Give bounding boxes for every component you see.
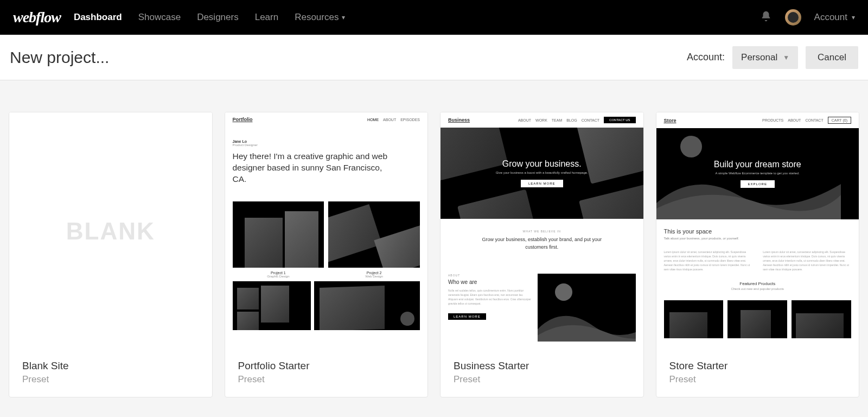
preview-nav: ABOUT WORK TEAM BLOG CONTACT CONTACT US xyxy=(518,117,636,123)
preview-hero: Grow your business. Give your business a… xyxy=(441,128,643,219)
preview-brand: Portfolio xyxy=(233,117,253,122)
template-title: Portfolio Starter xyxy=(238,360,415,372)
main-nav: Dashboard Showcase Designers Learn Resou… xyxy=(74,12,760,23)
template-footer: Portfolio Starter Preset xyxy=(225,350,428,397)
preview-nav-item: HOME xyxy=(367,118,379,122)
template-subtitle: Preset xyxy=(454,374,630,385)
preview-hero-button: EXPLORE xyxy=(741,180,775,188)
template-preview: Business ABOUT WORK TEAM BLOG CONTACT CO… xyxy=(441,112,643,350)
preview-brand: Store xyxy=(664,118,676,123)
page-header-actions: Account: Personal ▼ Cancel xyxy=(687,46,858,69)
caret-down-icon: ▼ xyxy=(783,54,789,61)
preview-nav-item: CONTACT xyxy=(805,118,823,122)
top-right: Account ▾ xyxy=(760,9,855,26)
preview-nav-item: WORK xyxy=(535,118,547,122)
template-card-store[interactable]: Store PRODUCTS ABOUT CONTACT CART (0) Bu… xyxy=(656,112,860,397)
template-card-portfolio[interactable]: Portfolio HOME ABOUT EPISODES Jane Lo Pr… xyxy=(225,112,429,397)
template-subtitle: Preset xyxy=(669,374,846,385)
preview-space-sub: Talk about your business, your products,… xyxy=(664,237,852,240)
account-menu-label: Account xyxy=(814,12,847,23)
preview-nav-item: ABOUT xyxy=(383,118,396,122)
template-footer: Blank Site Preset xyxy=(9,350,212,397)
template-title: Store Starter xyxy=(669,360,846,372)
template-subtitle: Preset xyxy=(238,374,415,385)
preview-featured-sub: Check out new and popular products xyxy=(664,287,852,290)
preview-product xyxy=(664,300,724,338)
preview-lorem: Lorem ipsum dolor sit amet, consectetur … xyxy=(763,250,851,271)
preview-product xyxy=(792,300,851,338)
preview-nav-item: EPISODES xyxy=(400,118,420,122)
preview-project-image xyxy=(233,201,324,268)
preview-cta: CONTACT US xyxy=(604,117,635,123)
avatar[interactable] xyxy=(785,9,801,26)
preview-about-text: Nulla vel sodales tellus, quis condiment… xyxy=(448,288,531,306)
preview-project-sub: Web Design xyxy=(328,275,420,278)
preview-space-title: This is your space xyxy=(664,228,852,235)
preview-name: Jane Lo xyxy=(233,140,420,143)
template-card-business[interactable]: Business ABOUT WORK TEAM BLOG CONTACT CO… xyxy=(440,112,644,397)
nav-learn[interactable]: Learn xyxy=(255,12,278,23)
template-card-blank[interactable]: BLANK Blank Site Preset xyxy=(9,112,213,397)
chevron-down-icon: ▾ xyxy=(852,14,855,21)
template-footer: Store Starter Preset xyxy=(656,350,859,397)
account-dropdown[interactable]: Personal ▼ xyxy=(732,46,798,69)
preview-hero-title: Build your dream store xyxy=(714,160,801,169)
preview-nav-item: ABOUT xyxy=(518,118,531,122)
nav-showcase[interactable]: Showcase xyxy=(138,12,181,23)
template-footer: Business Starter Preset xyxy=(441,350,643,397)
preview-nav-item: ABOUT xyxy=(788,118,801,122)
preview-featured-title: Featured Products xyxy=(664,281,852,286)
template-preview: Portfolio HOME ABOUT EPISODES Jane Lo Pr… xyxy=(225,112,428,350)
preview-about-label: ABOUT xyxy=(448,274,531,277)
nav-designers[interactable]: Designers xyxy=(197,12,239,23)
preview-nav-item: CONTACT xyxy=(582,118,599,122)
preview-nav-item: PRODUCTS xyxy=(762,118,783,122)
template-title: Business Starter xyxy=(454,360,630,372)
preview-nav: PRODUCTS ABOUT CONTACT CART (0) xyxy=(762,117,851,124)
preview-product xyxy=(727,300,787,338)
preview-project-image xyxy=(328,201,420,268)
cancel-button[interactable]: Cancel xyxy=(806,46,858,69)
template-subtitle: Preset xyxy=(22,374,199,385)
nav-dashboard[interactable]: Dashboard xyxy=(74,12,122,23)
top-nav: webflow Dashboard Showcase Designers Lea… xyxy=(0,0,868,35)
template-grid: BLANK Blank Site Preset Portfolio HOME A… xyxy=(0,80,868,414)
bell-icon[interactable] xyxy=(760,10,772,24)
page-header: New project... Account: Personal ▼ Cance… xyxy=(0,35,868,80)
preview-hero-button: LEARN MORE xyxy=(521,180,563,187)
nav-resources[interactable]: Resources ▾ xyxy=(295,12,345,23)
preview-nav-item: BLOG xyxy=(566,118,577,122)
page-title: New project... xyxy=(10,48,109,67)
preview-hero-sub: Give your business a boost with a beauti… xyxy=(496,171,588,174)
preview-headline: Hey there! I'm a creative graphic and we… xyxy=(233,151,395,185)
preview-nav: HOME ABOUT EPISODES xyxy=(367,118,420,122)
preview-nav-item: TEAM xyxy=(552,118,562,122)
preview-project-title: Project 2 xyxy=(328,271,420,275)
preview-tagline: Grow your business, establish your brand… xyxy=(474,236,610,251)
account-dropdown-value: Personal xyxy=(741,52,777,63)
account-field-label: Account: xyxy=(687,52,725,63)
preview-image xyxy=(314,281,420,330)
chevron-down-icon: ▾ xyxy=(342,14,345,21)
preview-role: Product Designer xyxy=(233,143,420,147)
preview-hero-title: Grow your business. xyxy=(502,159,582,169)
preview-about-title: Who we are xyxy=(448,279,531,285)
preview-project-sub: Graphic Design xyxy=(233,275,324,278)
preview-image xyxy=(538,274,635,342)
preview-hero: Build your dream store A simple Webflow … xyxy=(656,128,859,219)
preview-hero-sub: A simple Webflow Ecommerce template to g… xyxy=(716,172,800,175)
template-preview: BLANK xyxy=(9,112,212,350)
template-preview: Store PRODUCTS ABOUT CONTACT CART (0) Bu… xyxy=(656,112,859,350)
preview-image xyxy=(233,281,311,330)
preview-eyebrow: WHAT WE BELIEVE IN xyxy=(448,230,636,233)
preview-cart: CART (0) xyxy=(828,117,851,124)
nav-resources-label: Resources xyxy=(295,12,339,23)
preview-about-button: LEARN MORE xyxy=(448,313,486,320)
blank-label: BLANK xyxy=(66,218,155,245)
preview-brand: Business xyxy=(448,117,470,123)
preview-lorem: Lorem ipsum dolor sit amet, consectetur … xyxy=(664,250,752,271)
template-title: Blank Site xyxy=(22,360,199,372)
logo[interactable]: webflow xyxy=(13,9,61,26)
preview-project-title: Project 1 xyxy=(233,271,324,275)
account-menu[interactable]: Account ▾ xyxy=(814,12,855,23)
